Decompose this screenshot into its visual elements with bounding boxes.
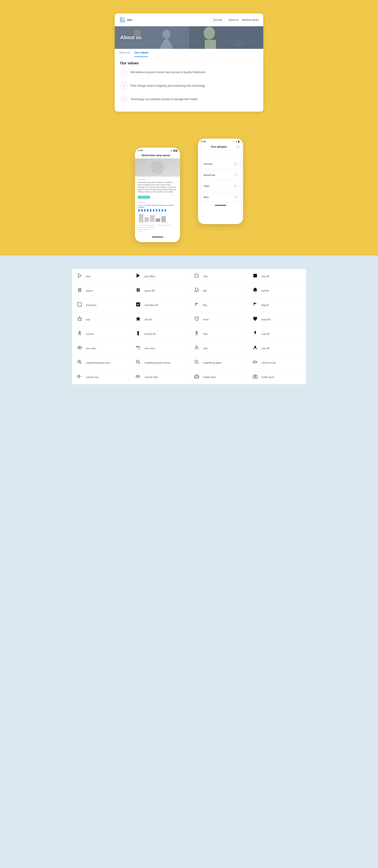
svg-text:Obst. apnea: Obst. apnea [161,222,167,223]
icon-cell-eye-close: eye-close [130,341,189,355]
person-10: 👤 [164,209,166,212]
time-left: 17:47 [138,149,143,152]
svg-point-13 [121,21,122,22]
tab-our-values[interactable]: Our values [134,49,148,57]
icon-cell-toolkit-open: toolkit-open [248,370,306,384]
icon-cell-checkbox-fill: checkbox-fill [130,298,189,312]
icon-cell-eye-open: eye-open [72,341,130,355]
nav-about-link[interactable]: About us [229,19,238,21]
allergy-name-2: Animal Hair [203,174,215,176]
likelihood-text: 4 out of 10 people with these symptoms h… [138,204,177,208]
heart-icon [193,316,200,322]
svg-line-77 [139,363,140,364]
icon-cell-flag: flag [189,298,248,312]
allergy-animal-hair: Animal Hair [201,170,240,180]
read-more-button[interactable]: Read more [138,196,150,199]
stop-fill-icon [252,273,258,279]
get-ada-button[interactable]: Get Ada [210,17,225,22]
svg-rect-56 [137,288,138,292]
svg-point-35 [236,163,237,164]
svg-marker-50 [78,274,81,278]
empower-icon [122,98,125,101]
logo-text: ada [127,18,132,22]
icon-cell-woman: woman [72,327,130,341]
tabs-row: About us Our values [115,49,263,57]
allergy-bees: Bees [201,193,240,202]
back-button-left[interactable]: ‹ [138,153,139,157]
stop-icon [193,273,200,279]
svg-rect-85 [253,375,257,378]
phone-nav-right: ‹ Your allergies + [198,144,243,151]
volume-high-label: volume-high [145,376,158,378]
icon-cell-woman-fill: woman-fill [130,327,189,341]
icon-cell-flag-fill: flag-fill [248,298,306,312]
value-item-1: We believe everyone should have access t… [120,69,258,79]
heart-fill-label: heart-fill [261,318,270,321]
likelihood-section: Likelihood 4 out of 10 people with these… [138,202,177,233]
svg-point-68 [79,347,80,348]
svg-line-45 [234,185,235,185]
status-icons-left: ▲ ▐▐ ▓ [170,150,177,152]
eye-open-label: eye-open [86,347,96,350]
svg-rect-53 [254,274,257,277]
svg-rect-30 [156,218,160,222]
bell-icon [193,287,200,293]
person-7: 👤 [155,209,158,212]
toolkit-open-label: toolkit-open [261,376,274,378]
allergy-name-3: Polen [203,185,210,187]
phone-nav-left: ‹ Obstructive sleep apnea [135,153,180,159]
volume-mute-label: volume-mute [261,361,276,364]
allergy-list: Penicillin Animal Hair [198,159,243,202]
star-fill-label: star-fill [145,318,152,321]
svg-point-8 [120,20,121,21]
flag-icon [193,302,200,308]
logo: ada [119,17,132,23]
icon-cell-user-fill: user-fill [248,341,306,355]
icon-cell-checkbox: checkbox [72,298,130,312]
back-button-right[interactable]: ‹ [201,145,202,149]
wifi-icon-r: ··· [233,141,235,143]
value-item-2: Real change means imagining and embracin… [120,82,258,93]
icon-cell-heart-fill: heart-fill [248,312,306,327]
svg-rect-28 [145,217,149,222]
icon-cell-search-minus: magnifying-glass-minus [130,355,189,370]
person-9: 👤 [161,209,164,212]
status-bar-left: 17:47 ▲ ▐▐ ▓ [135,148,180,153]
flag-fill-icon [252,302,258,308]
svg-point-71 [254,346,256,348]
svg-point-26 [151,161,164,174]
about-card: ada Get Ada About us Medical Library [115,13,263,112]
signal-icon: ▐▐ [173,150,175,152]
eye-close-label: eye-close [145,347,155,350]
hero-overlay: About us [115,26,263,49]
allergy-name-4: Bees [203,196,209,198]
flag-label: flag [203,304,207,306]
magnifying-glass-plus-icon [76,360,83,366]
checkbox-label: checkbox [86,304,96,306]
man-fill-icon [252,331,258,337]
svg-point-14 [123,21,124,22]
phone-content-left: Description Obstructive sleep apnea (OSA… [135,177,180,235]
svg-line-47 [234,187,235,187]
person-2: 👤 [140,209,143,212]
value-icon-1 [120,69,127,76]
nav-medical-link[interactable]: Medical Library [242,19,259,21]
woman-label: woman [86,333,94,335]
signal-icon-r: ▲ [235,141,238,143]
icon-cell-man: man [189,327,248,341]
svg-point-40 [235,185,236,186]
icon-cell-search-plus: magnifying-glass-plus [72,355,130,370]
svg-rect-52 [195,274,198,277]
user-label: user [203,347,208,350]
bell-fill-label: bell-fill [261,289,269,292]
logo-icon [119,17,126,23]
add-allergy-button[interactable]: + [236,145,240,149]
svg-point-3 [124,17,125,18]
hero-image: About us [115,26,263,49]
tab-about-us[interactable]: About us [119,49,130,57]
svg-point-9 [121,20,122,21]
icon-cell-search: magnifying-glass [189,355,248,370]
play-icon [76,273,83,279]
magnifying-glass-icon [193,360,200,366]
icon-cell-user: user [189,341,248,355]
